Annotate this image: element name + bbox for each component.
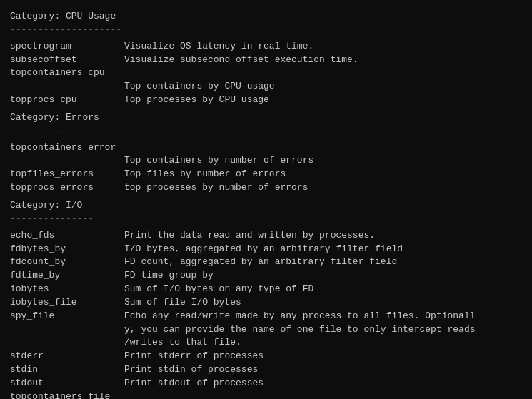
entry-name: iobytes [10, 283, 124, 296]
entry: spy_fileEcho any read/write made by any … [10, 310, 522, 323]
entry: topcontainers_cpu [10, 66, 522, 80]
entry: stdinPrint stdin of processes [10, 363, 522, 377]
entry-desc: Print stdout of processes [124, 377, 522, 390]
entry: iobytesSum of I/O bytes on any type of F… [10, 283, 522, 296]
divider: --------------- [10, 213, 522, 226]
entry-extra: /writes to that file. [124, 336, 522, 350]
entry-name: stderr [10, 350, 124, 363]
entry: topfiles_errorsTop files by number of er… [10, 168, 522, 181]
entry-desc: top processes by number of errors [124, 181, 522, 195]
entry: stdoutPrint stdout of processes [10, 377, 522, 390]
entry-name: stdin [10, 363, 124, 377]
entry: topprocs_cpuTop processes by CPU usage [10, 94, 522, 107]
entry-desc: I/O bytes, aggregated by an arbitrary fi… [124, 243, 522, 256]
terminal-output: Category: CPU Usage--------------------s… [10, 10, 522, 399]
entry-desc: Print stdin of processes [124, 363, 522, 377]
entry: topcontainers_error [10, 141, 522, 155]
entry-desc: Sum of file I/O bytes [124, 296, 522, 310]
entry-name: iobytes_file [10, 296, 124, 310]
entry: echo_fdsPrint the data read and written … [10, 229, 522, 243]
entry-name: topcontainers_error [10, 141, 124, 155]
entry: subsecoffsetVisualize subsecond offset e… [10, 54, 522, 67]
entry: topprocs_errorstop processes by number o… [10, 181, 522, 195]
entry-desc: Echo any read/write made by any process … [124, 310, 522, 323]
category-header: Category: Errors [10, 111, 522, 125]
entry-name: spectrogram [10, 40, 124, 54]
entry-extra: Top containers by CPU usage [124, 80, 522, 94]
entry-name: subsecoffset [10, 54, 124, 67]
entry-name: topprocs_errors [10, 181, 124, 195]
section: Category: I/O---------------echo_fdsPrin… [10, 199, 522, 399]
divider: -------------------- [10, 24, 522, 37]
entry-desc: Top files by number of errors [124, 168, 522, 181]
entry-extra: y, you can provide the name of one file … [124, 323, 522, 337]
entry-desc: Top processes by CPU usage [124, 94, 522, 107]
entry-name: topcontainers_file [10, 390, 124, 399]
category-header: Category: I/O [10, 199, 522, 213]
entry: stderrPrint stderr of processes [10, 350, 522, 363]
entry-name: fdbytes_by [10, 243, 124, 256]
entry-name: echo_fds [10, 229, 124, 243]
section: Category: Errors--------------------topc… [10, 111, 522, 195]
entry-name: fdtime_by [10, 269, 124, 283]
entry: fdbytes_byI/O bytes, aggregated by an ar… [10, 243, 522, 256]
entry: spectrogramVisualize OS latency in real … [10, 40, 522, 54]
divider: -------------------- [10, 125, 522, 138]
entry-desc: Visualize OS latency in real time. [124, 40, 522, 54]
entry-desc: FD time group by [124, 269, 522, 283]
section: Category: CPU Usage--------------------s… [10, 10, 522, 107]
entry-name: topcontainers_cpu [10, 66, 124, 80]
entry: topcontainers_file [10, 390, 522, 399]
entry-desc: Print stderr of processes [124, 350, 522, 363]
entry-desc: Visualize subsecond offset execution tim… [124, 54, 522, 67]
entry-name: spy_file [10, 310, 124, 323]
entry-name: stdout [10, 377, 124, 390]
entry-name: fdcount_by [10, 256, 124, 269]
entry: fdtime_byFD time group by [10, 269, 522, 283]
category-header: Category: CPU Usage [10, 10, 522, 24]
entry-name: topprocs_cpu [10, 94, 124, 107]
entry: fdcount_byFD count, aggregated by an arb… [10, 256, 522, 269]
entry-extra: Top containers by number of errors [124, 154, 522, 168]
entry-desc: Sum of I/O bytes on any type of FD [124, 283, 522, 296]
entry-name: topfiles_errors [10, 168, 124, 181]
entry: iobytes_fileSum of file I/O bytes [10, 296, 522, 310]
entry-desc: Print the data read and written by proce… [124, 229, 522, 243]
entry-desc: FD count, aggregated by an arbitrary fil… [124, 256, 522, 269]
